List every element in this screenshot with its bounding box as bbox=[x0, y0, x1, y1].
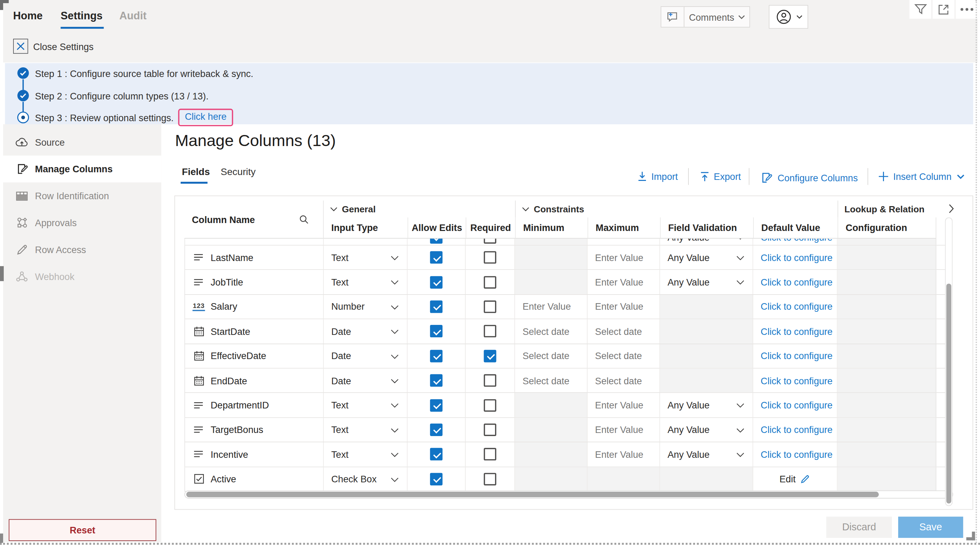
sidebar-item-manage-columns[interactable]: Manage Columns bbox=[3, 156, 161, 183]
maximum-cell[interactable]: Select date bbox=[588, 320, 660, 343]
default-value-cell[interactable]: Click to configure bbox=[753, 270, 837, 294]
required-checkbox[interactable] bbox=[484, 448, 496, 461]
selection-handle[interactable] bbox=[0, 266, 4, 281]
input-type-dropdown[interactable]: Number bbox=[324, 295, 407, 319]
maximum-cell[interactable]: Enter Value bbox=[588, 245, 660, 269]
allow-edits-checkbox[interactable] bbox=[430, 300, 442, 313]
minimum-cell[interactable]: Select date bbox=[515, 369, 588, 392]
default-value-cell[interactable]: Click to configure bbox=[753, 393, 837, 417]
minimum-cell[interactable]: Select date bbox=[515, 320, 588, 343]
maximum-cell[interactable] bbox=[588, 238, 660, 245]
required-checkbox[interactable] bbox=[484, 238, 496, 243]
tab-home[interactable]: Home bbox=[13, 10, 43, 22]
input-type-dropdown[interactable]: Check Box bbox=[324, 467, 407, 491]
maximum-cell[interactable] bbox=[588, 467, 660, 491]
comments-button[interactable]: Comments bbox=[684, 6, 750, 28]
default-value-cell[interactable]: Click to configure bbox=[753, 320, 837, 343]
minimum-cell[interactable] bbox=[515, 393, 588, 417]
allow-edits-checkbox[interactable] bbox=[430, 399, 442, 411]
allow-edits-checkbox[interactable] bbox=[430, 448, 442, 461]
required-checkbox[interactable] bbox=[484, 374, 496, 387]
minimum-cell[interactable] bbox=[515, 442, 588, 466]
field-validation-dropdown[interactable] bbox=[660, 369, 753, 392]
minimum-cell[interactable]: Select date bbox=[515, 344, 588, 368]
required-checkbox[interactable] bbox=[484, 473, 496, 485]
field-validation-dropdown[interactable] bbox=[660, 295, 753, 319]
group-constraints[interactable]: Constraints bbox=[515, 200, 838, 218]
allow-edits-checkbox[interactable] bbox=[430, 238, 442, 243]
click-to-configure-link[interactable]: Click to configure bbox=[760, 351, 832, 361]
default-value-cell[interactable]: Click to configure bbox=[753, 344, 837, 368]
click-here-link[interactable]: Click here bbox=[185, 111, 227, 122]
required-checkbox[interactable] bbox=[484, 350, 496, 362]
default-value-cell[interactable]: Click to configure bbox=[753, 369, 837, 392]
minimum-cell[interactable] bbox=[515, 245, 588, 269]
click-to-configure-link[interactable]: Click to configure bbox=[760, 424, 832, 435]
allow-edits-checkbox[interactable] bbox=[430, 325, 442, 338]
required-checkbox[interactable] bbox=[484, 300, 496, 313]
selection-handle[interactable] bbox=[0, 0, 9, 3]
required-checkbox[interactable] bbox=[484, 424, 496, 436]
click-to-configure-link[interactable]: Click to configure bbox=[760, 277, 832, 288]
filter-button[interactable] bbox=[910, 0, 931, 19]
configure-columns-button[interactable]: Configure Columns bbox=[760, 171, 858, 184]
maximum-cell[interactable]: Enter Value bbox=[588, 295, 660, 319]
close-settings-button[interactable] bbox=[13, 39, 28, 54]
sidebar-item-row-identification[interactable]: Row Identification bbox=[3, 182, 161, 209]
field-validation-dropdown[interactable]: Any Value bbox=[660, 238, 753, 245]
sidebar-item-approvals[interactable]: Approvals bbox=[3, 209, 161, 236]
export-button[interactable]: Export bbox=[700, 171, 741, 182]
input-type-dropdown[interactable]: Date bbox=[324, 320, 407, 343]
insert-column-button[interactable]: Insert Column bbox=[878, 171, 964, 182]
default-value-cell[interactable]: Click to configure bbox=[753, 442, 837, 466]
maximum-cell[interactable]: Select date bbox=[588, 369, 660, 392]
required-checkbox[interactable] bbox=[484, 325, 496, 338]
allow-edits-checkbox[interactable] bbox=[430, 424, 442, 436]
required-checkbox[interactable] bbox=[484, 399, 496, 411]
maximum-cell[interactable]: Enter Value bbox=[588, 418, 660, 442]
tab-audit[interactable]: Audit bbox=[119, 10, 147, 22]
default-value-cell[interactable]: Click to configure bbox=[753, 418, 837, 442]
save-button[interactable]: Save bbox=[898, 517, 963, 538]
field-validation-dropdown[interactable]: Any Value bbox=[660, 418, 753, 442]
tab-settings[interactable]: Settings bbox=[61, 10, 103, 22]
horizontal-scrollbar-thumb[interactable] bbox=[186, 492, 879, 497]
minimum-cell[interactable] bbox=[515, 418, 588, 442]
allow-edits-checkbox[interactable] bbox=[430, 350, 442, 362]
maximum-cell[interactable]: Enter Value bbox=[588, 393, 660, 417]
default-value-cell[interactable]: Edit bbox=[753, 467, 837, 491]
required-checkbox[interactable] bbox=[484, 276, 496, 288]
input-type-dropdown[interactable]: Text bbox=[324, 245, 407, 269]
minimum-cell[interactable] bbox=[515, 238, 588, 245]
default-value-cell[interactable]: Click to configure bbox=[753, 238, 837, 245]
maximum-cell[interactable]: Enter Value bbox=[588, 270, 660, 294]
minimum-cell[interactable] bbox=[515, 270, 588, 294]
input-type-dropdown[interactable]: Text bbox=[324, 418, 407, 442]
input-type-dropdown[interactable] bbox=[324, 238, 407, 245]
required-checkbox[interactable] bbox=[484, 251, 496, 264]
click-to-configure-link[interactable]: Click to configure bbox=[760, 301, 832, 312]
group-general[interactable]: General bbox=[324, 200, 515, 218]
user-menu-button[interactable] bbox=[769, 5, 808, 29]
field-validation-dropdown[interactable] bbox=[660, 320, 753, 343]
maximum-cell[interactable]: Enter Value bbox=[588, 442, 660, 466]
input-type-dropdown[interactable]: Date bbox=[324, 344, 407, 368]
default-value-cell[interactable]: Click to configure bbox=[753, 295, 837, 319]
reset-button[interactable]: Reset bbox=[9, 519, 156, 541]
field-validation-dropdown[interactable] bbox=[660, 344, 753, 368]
add-comment-button[interactable] bbox=[661, 6, 685, 28]
click-to-configure-link[interactable]: Click to configure bbox=[760, 326, 832, 337]
scroll-groups-right-chevron[interactable] bbox=[948, 204, 955, 214]
maximum-cell[interactable]: Select date bbox=[588, 344, 660, 368]
allow-edits-checkbox[interactable] bbox=[430, 251, 442, 264]
tab-security[interactable]: Security bbox=[221, 166, 256, 178]
import-button[interactable]: Import bbox=[638, 171, 678, 182]
field-validation-dropdown[interactable] bbox=[660, 467, 753, 491]
discard-button[interactable]: Discard bbox=[826, 517, 892, 538]
click-to-configure-link[interactable]: Click to configure bbox=[760, 238, 832, 242]
selection-handle[interactable] bbox=[0, 533, 3, 543]
sidebar-item-row-access[interactable]: Row Access bbox=[3, 236, 161, 263]
input-type-dropdown[interactable]: Text bbox=[324, 442, 407, 466]
close-settings-label[interactable]: Close Settings bbox=[33, 41, 94, 52]
minimum-cell[interactable]: Enter Value bbox=[515, 295, 588, 319]
